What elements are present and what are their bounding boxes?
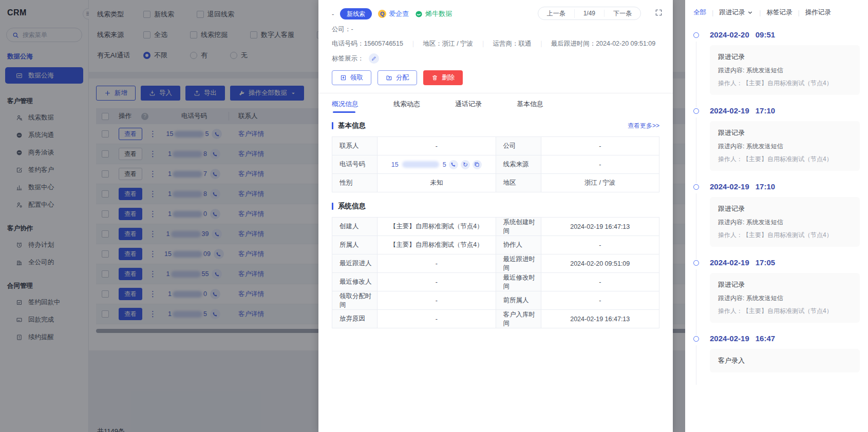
info-row: 最近修改人-最近修改时间- <box>332 273 659 291</box>
section-bar <box>332 122 333 129</box>
company-name-placeholder: - <box>332 10 334 18</box>
field-value: 【主要】自用标准测试（节点4） <box>390 223 483 230</box>
activity-tab[interactable]: 操作记录 <box>805 8 831 17</box>
xiniu-icon <box>415 10 423 18</box>
company-value: 公司：- <box>332 26 353 33</box>
copy-icon[interactable] <box>473 160 482 169</box>
field-value: - <box>599 143 601 150</box>
timeline-card-title: 跟进记录 <box>718 52 852 62</box>
drawer-tab[interactable]: 线索动态 <box>393 93 420 115</box>
drawer-actions: 领取分配删除 <box>332 70 659 85</box>
timeline-date: 2024-02-1917:10 <box>710 106 860 115</box>
timeline-card-title: 跟进记录 <box>718 204 852 213</box>
activity-tabs: 全部|跟进记录|标签记录|操作记录 <box>693 8 860 17</box>
field-label: 最近修改人 <box>332 273 378 291</box>
field-label: 放弃原因 <box>332 310 378 328</box>
info-row: 性别未知地区浙江 / 宁波 <box>332 174 659 192</box>
field-label: 公司 <box>496 137 541 155</box>
timeline-card-title: 跟进记录 <box>718 280 852 289</box>
delete-button[interactable]: 删除 <box>423 70 463 85</box>
lead-detail-drawer: 上一条 1/49 下一条 -新线索Q爱企查烯牛数据 公司：- 电话号码：1560… <box>318 0 673 432</box>
timeline-card: 跟进记录跟进内容: 系统发送短信操作人：【主要】自用标准测试（节点4） <box>710 45 860 95</box>
redial-icon[interactable]: ↻ <box>461 160 470 169</box>
phone-icon[interactable] <box>449 160 458 169</box>
info-row: 联系人-公司- <box>332 137 659 155</box>
field-value: - <box>436 279 438 286</box>
field-value: 2024-02-20 09:51:09 <box>570 260 630 267</box>
timeline-entry: 2024-02-1917:10跟进记录跟进内容: 系统发送短信操作人：【主要】自… <box>693 182 860 258</box>
field-value: 浙江 / 宁波 <box>584 179 615 186</box>
field-label: 最近跟进人 <box>332 254 378 273</box>
field-value: - <box>436 143 438 150</box>
timeline-marker-icon <box>693 108 699 114</box>
field-label: 最近跟进时间 <box>496 254 541 273</box>
field-value: - <box>599 242 601 249</box>
timeline-card-title: 跟进记录 <box>718 128 852 138</box>
activity-timeline: 2024-02-2009:51跟进记录跟进内容: 系统发送短信操作人：【主要】自… <box>693 30 860 384</box>
timeline-card-content: 跟进内容: 系统发送短信 <box>718 142 852 151</box>
prev-record-button[interactable]: 上一条 <box>538 9 575 18</box>
timeline-card-operator: 操作人：【主要】自用标准测试（节点4） <box>718 79 852 88</box>
assign-button[interactable]: 分配 <box>378 70 417 85</box>
field-value: - <box>599 279 601 286</box>
field-label: 创建人 <box>332 218 378 236</box>
source-link[interactable]: 烯牛数据 <box>415 9 452 18</box>
fullscreen-icon[interactable] <box>655 9 663 16</box>
info-row: 最近跟进人-最近跟进时间2024-02-20 09:51:09 <box>332 254 659 273</box>
timeline-date: 2024-02-1917:05 <box>710 258 860 267</box>
field-value: 2024-02-19 16:47:13 <box>570 223 630 230</box>
tags-line: 标签展示： <box>332 53 659 64</box>
tab-separator: | <box>712 9 713 16</box>
meta-separator: ｜ <box>538 40 544 48</box>
aiqicha-icon: Q <box>378 10 386 18</box>
next-record-button[interactable]: 下一条 <box>605 9 640 18</box>
activity-tab[interactable]: 跟进记录 <box>719 8 753 17</box>
lead-status-badge: 新线索 <box>340 8 372 19</box>
meta-item: 运营商：联通 <box>493 40 531 48</box>
meta-item: 最后跟进时间：2024-02-20 09:51:09 <box>551 40 656 48</box>
pencil-icon <box>371 56 376 61</box>
timeline-card-operator: 操作人：【主要】自用标准测试（节点4） <box>718 231 852 240</box>
blurred-digits <box>402 161 439 168</box>
phone-number: 155↻ <box>391 160 482 169</box>
field-value: 未知 <box>430 179 443 186</box>
claim-button[interactable]: 领取 <box>332 70 371 85</box>
edit-tags-button[interactable] <box>369 53 379 64</box>
drawer-tabs: 概况信息线索动态通话记录基本信息 <box>332 93 659 115</box>
field-label: 电话号码 <box>332 155 378 174</box>
info-row: 领取分配时间-前所属人- <box>332 291 659 310</box>
timeline-marker-icon <box>693 184 699 190</box>
field-label: 联系人 <box>332 137 378 155</box>
info-row: 电话号码155↻线索来源- <box>332 155 659 174</box>
meta-item: 地区：浙江 / 宁波 <box>423 40 473 48</box>
tab-separator: | <box>798 9 800 16</box>
field-label: 前所属人 <box>496 291 541 310</box>
meta-item: 电话号码：15605746515 <box>332 40 403 48</box>
timeline-date: 2024-02-1916:47 <box>710 334 860 343</box>
view-more-link[interactable]: 查看更多>> <box>628 122 659 130</box>
timeline-card: 客户录入 <box>710 349 860 372</box>
drawer-tab[interactable]: 通话记录 <box>455 93 482 115</box>
assign-icon <box>386 74 392 81</box>
field-value: - <box>436 316 438 323</box>
basic-info-section-header: 基本信息 查看更多>> <box>332 121 659 130</box>
info-row: 放弃原因-客户入库时间2024-02-19 16:47:13 <box>332 310 659 328</box>
source-link[interactable]: Q爱企查 <box>378 9 409 18</box>
info-row: 创建人【主要】自用标准测试（节点4）系统创建时间2024-02-19 16:47… <box>332 218 659 236</box>
field-label: 线索来源 <box>496 155 541 174</box>
timeline-marker-icon <box>693 32 699 38</box>
timeline-date: 2024-02-1917:10 <box>710 182 860 191</box>
crm-app: CRM ≡ 数据公海数据公海客户管理线索数据系统沟通商务洽谈签约客户数据中心配置… <box>0 0 868 432</box>
timeline-entry: 2024-02-1917:10跟进记录跟进内容: 系统发送短信操作人：【主要】自… <box>693 106 860 182</box>
timeline-entry: 2024-02-1916:47客户录入 <box>693 334 860 384</box>
lead-meta-line: 电话号码：15605746515｜地区：浙江 / 宁波｜运营商：联通｜最后跟进时… <box>332 40 659 48</box>
activity-tab[interactable]: 标签记录 <box>767 8 792 17</box>
claim-icon <box>340 74 347 81</box>
timeline-card: 跟进记录跟进内容: 系统发送短信操作人：【主要】自用标准测试（节点4） <box>710 121 860 171</box>
field-label: 最近修改时间 <box>496 273 541 291</box>
drawer-tab[interactable]: 基本信息 <box>517 93 543 115</box>
drawer-tab[interactable]: 概况信息 <box>332 93 358 115</box>
activity-panel: 全部|跟进记录|标签记录|操作记录 2024-02-2009:51跟进记录跟进内… <box>685 0 868 432</box>
activity-tab[interactable]: 全部 <box>693 8 706 17</box>
timeline-entry: 2024-02-1917:05跟进记录跟进内容: 系统发送短信操作人：【主要】自… <box>693 258 860 334</box>
